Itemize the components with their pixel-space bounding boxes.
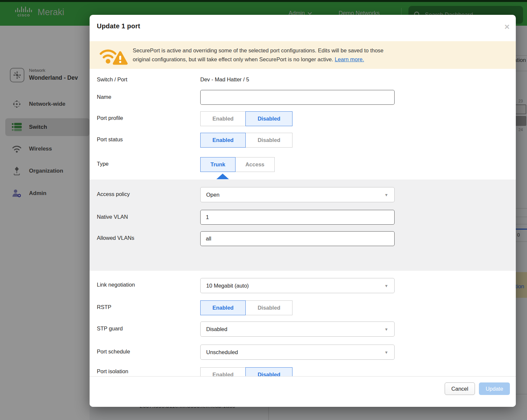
modal-title: Update 1 port: [97, 22, 140, 30]
rstp-label: RSTP: [97, 304, 111, 310]
name-label: Name: [97, 94, 111, 100]
dropdown-caret-icon: ▼: [384, 188, 388, 202]
dropdown-caret-icon: ▼: [384, 279, 388, 293]
dropdown-caret-icon: ▼: [384, 322, 388, 337]
type-trunk-button[interactable]: Trunk: [200, 157, 236, 172]
secureport-warning-banner: SecurePort is active and overriding some…: [90, 41, 516, 69]
stp-guard-label: STP guard: [97, 325, 123, 332]
wifi-warning-icon: [98, 45, 128, 67]
link-negotiation-select[interactable]: 10 Megabit (auto) ▼: [200, 278, 395, 293]
rstp-enabled-button[interactable]: Enabled: [200, 300, 246, 315]
cancel-button[interactable]: Cancel: [445, 382, 475, 395]
native-vlan-label: Native VLAN: [97, 214, 128, 220]
port-schedule-label: Port schedule: [97, 349, 130, 355]
access-policy-select[interactable]: Open ▼: [200, 187, 395, 202]
port-profile-enabled-button[interactable]: Enabled: [200, 111, 246, 126]
port-status-label: Port status: [97, 136, 123, 143]
port-status-toggle: Enabled Disabled: [200, 133, 292, 148]
modal-footer: Cancel Update: [90, 376, 516, 407]
close-icon[interactable]: ✕: [504, 23, 510, 30]
port-profile-disabled-button[interactable]: Disabled: [245, 111, 292, 126]
allowed-vlans-input[interactable]: [200, 231, 395, 246]
port-isolation-label: Port isolation: [97, 368, 128, 375]
switch-port-label: Switch / Port: [97, 76, 127, 83]
port-status-enabled-button[interactable]: Enabled: [200, 133, 246, 148]
rstp-disabled-button[interactable]: Disabled: [245, 300, 292, 315]
access-policy-label: Access policy: [97, 191, 130, 197]
type-toggle: Trunk Access: [200, 157, 275, 172]
update-port-modal: Update 1 port ✕ SecurePort is active and…: [90, 15, 516, 407]
rstp-toggle: Enabled Disabled: [200, 300, 292, 315]
port-status-disabled-button[interactable]: Disabled: [245, 133, 292, 148]
type-access-button[interactable]: Access: [235, 157, 275, 172]
dropdown-caret-icon: ▼: [384, 345, 388, 360]
stp-guard-select[interactable]: Disabled ▼: [200, 322, 395, 337]
allowed-vlans-label: Allowed VLANs: [97, 235, 134, 241]
switch-port-value: Dev - Mad Hatter / 5: [200, 76, 249, 83]
port-profile-label: Port profile: [97, 115, 123, 121]
link-negotiation-label: Link negotiation: [97, 282, 135, 288]
native-vlan-input[interactable]: [200, 210, 395, 225]
port-schedule-select[interactable]: Unscheduled ▼: [200, 345, 395, 360]
trunk-pointer-triangle: [216, 174, 229, 179]
type-label: Type: [97, 161, 109, 167]
update-button[interactable]: Update: [479, 382, 510, 395]
port-profile-toggle: Enabled Disabled: [200, 111, 292, 126]
learn-more-link[interactable]: Learn more.: [335, 56, 364, 62]
banner-message: SecurePort is active and overriding some…: [133, 46, 469, 64]
name-input[interactable]: [200, 90, 395, 105]
